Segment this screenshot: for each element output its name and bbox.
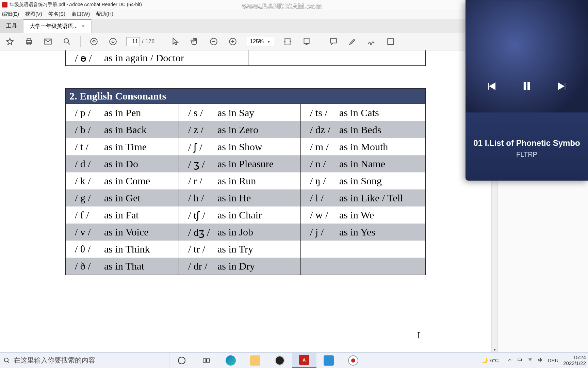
tray-wifi-icon[interactable] xyxy=(527,357,533,364)
edge-icon[interactable] xyxy=(218,353,243,368)
hand-icon[interactable] xyxy=(189,36,200,47)
page-down-icon[interactable] xyxy=(107,36,119,47)
zoom-value: 125% xyxy=(250,39,264,45)
search-placeholder: 在这里输入你要搜索的内容 xyxy=(14,356,95,365)
groove-icon[interactable] xyxy=(267,353,292,368)
tray-language[interactable]: DEU xyxy=(548,357,559,363)
tray-date: 2022/1/22 xyxy=(563,361,586,366)
tray-clock[interactable]: 15:24 2022/1/22 xyxy=(563,355,586,366)
svg-rect-19 xyxy=(207,359,209,362)
table-row: / ð /as in That/ dr /as in Dry xyxy=(66,258,425,275)
menu-view[interactable]: 视图(V) xyxy=(25,11,42,17)
weather-temp: 6°C xyxy=(490,357,499,363)
explorer-icon[interactable] xyxy=(243,353,267,368)
separator xyxy=(80,36,81,47)
highlight-icon[interactable] xyxy=(347,36,358,47)
svg-rect-18 xyxy=(203,359,206,362)
fit-width-icon[interactable] xyxy=(282,36,293,47)
weather-moon-icon: 🌙 xyxy=(481,357,488,364)
acrobat-icon[interactable]: A xyxy=(292,353,316,368)
menu-window[interactable]: 窗口(W) xyxy=(71,11,90,17)
menu-help[interactable]: 帮助(H) xyxy=(96,11,113,17)
table-row: / f /as in Fat/ tʃ /as in Chair/ w /as i… xyxy=(66,206,425,224)
tab-close-icon[interactable]: × xyxy=(82,23,85,29)
page-total: 176 xyxy=(145,39,154,45)
task-view-icon[interactable] xyxy=(194,353,218,368)
svg-rect-15 xyxy=(524,82,526,90)
consonants-table: / p /as in Pen/ s /as in Say/ ts /as in … xyxy=(65,104,426,275)
svg-rect-20 xyxy=(518,359,522,361)
table-row: / b /as in Back/ z /as in Zero/ dz /as i… xyxy=(66,121,425,138)
page-up-icon[interactable] xyxy=(88,36,100,47)
taskbar: 在这里输入你要搜索的内容 A 🌙 6°C DEU 15:24 2022/1/22 xyxy=(0,352,588,368)
tray-battery-icon[interactable] xyxy=(517,357,523,364)
svg-rect-9 xyxy=(285,38,290,45)
zoom-out-icon[interactable] xyxy=(208,36,219,47)
tab-tools[interactable]: 工具 xyxy=(0,19,23,33)
tray-volume-icon[interactable] xyxy=(538,357,543,364)
section-title: 2. English Consonants xyxy=(65,88,426,104)
bandicam-watermark: www.BANDICAM.com xyxy=(242,2,323,11)
pdf-page: / ə / as in again / Doctor 2. English Co… xyxy=(65,50,426,275)
print-icon[interactable] xyxy=(23,36,35,47)
svg-rect-1 xyxy=(27,38,31,41)
recorder-icon[interactable] xyxy=(341,353,365,368)
sign-icon[interactable] xyxy=(366,36,377,47)
search-icon[interactable] xyxy=(61,36,73,47)
more-tool-icon[interactable] xyxy=(385,36,396,47)
media-overlay[interactable]: 01 I.List of Phonetic Symbo FLTRP xyxy=(466,0,588,181)
tray-time: 15:24 xyxy=(563,355,586,361)
photos-icon[interactable] xyxy=(316,353,341,368)
album-art xyxy=(466,0,588,112)
svg-rect-21 xyxy=(521,359,522,361)
star-icon[interactable] xyxy=(4,36,16,47)
page-indicator: / 176 xyxy=(126,37,154,46)
cursor-icon[interactable] xyxy=(170,36,181,47)
text-cursor: I xyxy=(417,330,420,341)
taskbar-search[interactable]: 在这里输入你要搜索的内容 xyxy=(0,353,169,368)
table-row: / d /as in Do/ ʒ /as in Pleasure/ n /as … xyxy=(66,155,425,172)
separator xyxy=(320,36,320,47)
pause-icon[interactable] xyxy=(521,80,533,93)
zoom-selector[interactable]: 125% ▼ xyxy=(246,37,274,46)
page-sep: / xyxy=(142,39,143,45)
pdf-icon xyxy=(2,2,7,7)
media-artist: FLTRP xyxy=(466,151,588,158)
comment-icon[interactable] xyxy=(328,36,339,47)
table-row: / v /as in Voice/ dʒ /as in Job/ j /as i… xyxy=(66,224,425,241)
menu-sign[interactable]: 签名(S) xyxy=(48,11,65,17)
system-tray: 🌙 6°C DEU 15:24 2022/1/22 xyxy=(481,355,588,366)
svg-rect-16 xyxy=(528,82,530,90)
svg-rect-11 xyxy=(388,39,393,44)
media-controls xyxy=(466,80,588,93)
menu-edit[interactable]: 编辑(E) xyxy=(2,11,19,17)
prev-track-icon[interactable] xyxy=(486,80,497,93)
tab-document[interactable]: 大学一年级英语语... × xyxy=(23,19,92,33)
table-row: / k /as in Come/ r /as in Run/ ŋ /as in … xyxy=(66,172,425,189)
separator xyxy=(162,36,162,47)
cortana-icon[interactable] xyxy=(169,353,194,368)
svg-rect-10 xyxy=(304,38,309,43)
weather-widget[interactable]: 🌙 6°C xyxy=(481,357,499,364)
table-row: / p /as in Pen/ s /as in Say/ ts /as in … xyxy=(66,104,425,121)
svg-point-17 xyxy=(4,358,9,362)
next-track-icon[interactable] xyxy=(556,80,568,93)
vowel-example: as in again / Doctor xyxy=(104,52,184,64)
chevron-down-icon: ▼ xyxy=(267,40,271,44)
zoom-in-icon[interactable] xyxy=(227,36,239,47)
taskbar-apps: A xyxy=(169,353,365,368)
vowel-row: / ə / as in again / Doctor xyxy=(65,50,426,66)
scroll-down-icon[interactable]: ▼ xyxy=(493,348,496,352)
svg-point-4 xyxy=(64,39,68,43)
media-title: 01 I.List of Phonetic Symbo xyxy=(466,138,588,148)
table-row: / g /as in Get/ h /as in He/ l /as in Li… xyxy=(66,189,425,206)
mail-icon[interactable] xyxy=(42,36,54,47)
tray-chevron-icon[interactable] xyxy=(507,357,512,364)
table-row: / t /as in Time/ ʃ /as in Show/ m /as in… xyxy=(66,138,425,155)
svg-rect-2 xyxy=(27,43,31,45)
document-viewport[interactable]: / ə / as in again / Doctor 2. English Co… xyxy=(0,50,497,352)
vowel-symbol: / ə / xyxy=(66,52,104,64)
page-current-input[interactable] xyxy=(126,37,140,46)
fit-page-icon[interactable] xyxy=(301,36,312,47)
tab-doc-label: 大学一年级英语语... xyxy=(30,23,78,30)
